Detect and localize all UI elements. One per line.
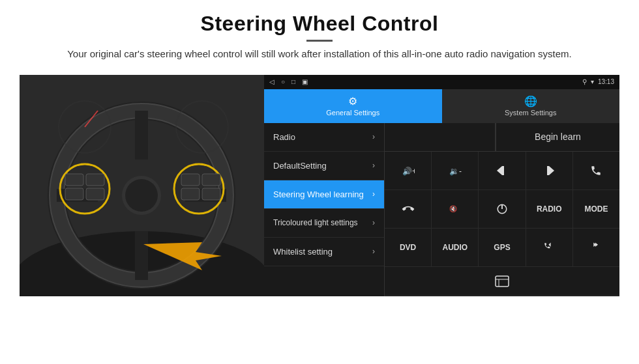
svg-rect-14: [86, 174, 104, 186]
chevron-icon-steering: ›: [372, 189, 375, 199]
svg-text:🔊+: 🔊+: [402, 165, 415, 175]
steering-wheel-photo: [20, 75, 264, 296]
svg-rect-13: [65, 188, 83, 200]
controls-row-3: DVD AUDIO GPS: [385, 229, 619, 267]
begin-learn-row: Begin learn: [385, 123, 619, 152]
next-plus-button[interactable]: [573, 229, 619, 266]
mute-button[interactable]: 🔇: [432, 190, 479, 228]
menu-item-radio[interactable]: Radio ›: [264, 123, 384, 152]
right-controls-panel: Begin learn 🔊+ 🔉-: [385, 123, 619, 296]
svg-rect-36: [496, 276, 509, 287]
status-bar-nav: ◁ ○ □ ▣: [269, 78, 308, 85]
svg-rect-27: [502, 166, 504, 175]
controls-row-2: 🔇 RADIO MODE: [385, 190, 619, 229]
volume-up-button[interactable]: 🔊+: [385, 152, 432, 189]
radio-button[interactable]: RADIO: [526, 190, 573, 228]
begin-learn-button[interactable]: Begin learn: [496, 123, 619, 152]
svg-rect-19: [202, 174, 220, 186]
menu-steering-label: Steering Wheel learning: [273, 189, 364, 199]
page-title: Steering Wheel Control: [67, 12, 572, 36]
controls-row-4: [385, 267, 619, 296]
content-area: ◁ ○ □ ▣ ⚲ ▾ 13:13 ⚙ General Settings: [20, 75, 619, 296]
next-track-button[interactable]: [526, 152, 573, 189]
tab-bar: ⚙ General Settings 🌐 System Settings: [264, 89, 619, 123]
svg-rect-29: [547, 166, 549, 175]
left-menu: Radio › DefaultSetting › Steering Wheel …: [264, 123, 385, 296]
svg-rect-15: [86, 188, 104, 200]
menu-radio-label: Radio: [273, 132, 295, 142]
menu-controls-area: Radio › DefaultSetting › Steering Wheel …: [264, 123, 619, 296]
svg-marker-26: [497, 166, 502, 175]
system-icon: 🌐: [524, 95, 537, 107]
audio-button[interactable]: AUDIO: [432, 229, 479, 266]
settings-gear-icon: ⚙: [348, 95, 357, 107]
svg-rect-18: [181, 188, 200, 200]
status-bar-indicators: ⚲ ▾ 13:13: [582, 78, 614, 85]
chevron-icon-default: ›: [372, 161, 375, 170]
clock: 13:13: [598, 78, 614, 85]
svg-rect-12: [65, 174, 83, 186]
volume-down-button[interactable]: 🔉-: [432, 152, 479, 189]
svg-text:🔉-: 🔉-: [449, 165, 462, 175]
hook-button[interactable]: [385, 190, 432, 228]
svg-rect-20: [202, 188, 220, 200]
home-nav-icon[interactable]: ○: [281, 78, 285, 85]
title-section: Steering Wheel Control Your original car…: [67, 12, 572, 71]
mode-button[interactable]: MODE: [573, 190, 619, 228]
page-subtitle: Your original car's steering wheel contr…: [67, 47, 572, 62]
empty-cell: [385, 123, 496, 152]
page-container: Steering Wheel Control Your original car…: [0, 0, 639, 364]
android-ui: ◁ ○ □ ▣ ⚲ ▾ 13:13 ⚙ General Settings: [264, 75, 619, 296]
svg-rect-17: [181, 174, 200, 186]
recents-nav-icon[interactable]: □: [291, 78, 295, 85]
title-divider: [306, 40, 333, 42]
menu-whitelist-label: Whitelist setting: [273, 247, 333, 257]
tab-system-settings[interactable]: 🌐 System Settings: [442, 89, 620, 123]
location-icon: ⚲: [582, 78, 587, 85]
wifi-icon: ▾: [591, 78, 594, 85]
tab-general-settings[interactable]: ⚙ General Settings: [264, 89, 442, 123]
tab-system-label: System Settings: [505, 109, 556, 117]
chevron-icon-radio: ›: [372, 132, 375, 141]
status-bar: ◁ ○ □ ▣ ⚲ ▾ 13:13: [264, 75, 619, 89]
menu-item-tricoloured[interactable]: Tricoloured light settings ›: [264, 209, 384, 238]
svg-point-10: [125, 179, 158, 212]
menu-item-default[interactable]: DefaultSetting ›: [264, 152, 384, 180]
gps-button[interactable]: GPS: [479, 229, 526, 266]
controls-row-1: 🔊+ 🔉-: [385, 152, 619, 190]
svg-text:🔇: 🔇: [449, 204, 458, 213]
chevron-icon-tricoloured: ›: [372, 218, 375, 227]
menu-item-steering[interactable]: Steering Wheel learning ›: [264, 180, 384, 209]
menu-nav-icon[interactable]: ▣: [302, 78, 308, 85]
tab-general-label: General Settings: [326, 109, 379, 117]
menu-default-label: DefaultSetting: [273, 161, 327, 171]
svg-marker-33: [549, 243, 551, 247]
menu-item-whitelist[interactable]: Whitelist setting ›: [264, 238, 384, 266]
svg-marker-28: [549, 166, 554, 175]
vol-prev-button[interactable]: [526, 229, 573, 266]
back-nav-icon[interactable]: ◁: [269, 78, 275, 85]
power-button[interactable]: [479, 190, 526, 228]
prev-track-button[interactable]: [479, 152, 526, 189]
svg-marker-35: [595, 243, 598, 247]
chevron-icon-whitelist: ›: [372, 247, 375, 256]
menu-tricoloured-label: Tricoloured light settings: [273, 218, 358, 227]
whitelist-icon-button[interactable]: [385, 267, 619, 295]
dvd-button[interactable]: DVD: [385, 229, 432, 266]
phone-button[interactable]: [573, 152, 619, 189]
